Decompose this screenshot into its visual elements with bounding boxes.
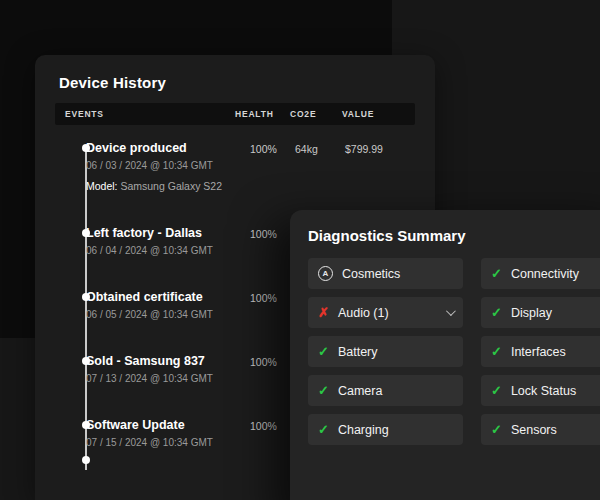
diagnostic-item-cosmetics[interactable]: ACosmetics: [308, 258, 463, 289]
event-health-value: 100%: [250, 356, 277, 368]
timeline-dot: [82, 229, 90, 237]
event-row: Device produced06 / 03 / 2024 @ 10:34 GM…: [55, 139, 415, 194]
diagnostic-item-sensors[interactable]: ✓Sensors: [481, 414, 600, 445]
event-co2e-value: 64kg: [295, 143, 318, 155]
diagnostic-item-audio[interactable]: ✗Audio (1): [308, 297, 463, 328]
event-health-value: 100%: [250, 143, 277, 155]
diagnostic-item-label: Camera: [338, 384, 382, 398]
timeline-dot: [82, 421, 90, 429]
column-header-events: EVENTS: [65, 109, 104, 119]
diagnostic-item-label: Battery: [338, 345, 378, 359]
column-header-value: VALUE: [342, 109, 374, 119]
event-date: 06 / 03 / 2024 @ 10:34 GMT: [86, 158, 415, 173]
diagnostic-item-connectivity[interactable]: ✓Connectivity: [481, 258, 600, 289]
diagnostic-item-label: Lock Status: [511, 384, 576, 398]
diagnostics-right-column: ✓Connectivity✓Display✓Interfaces✓Lock St…: [481, 258, 600, 445]
diagnostic-item-display[interactable]: ✓Display: [481, 297, 600, 328]
diagnostic-item-label: Display: [511, 306, 552, 320]
diagnostics-columns: ACosmetics✗Audio (1)✓Battery✓Camera✓Char…: [308, 258, 600, 445]
timeline-dot: [82, 144, 90, 152]
diagnostic-item-battery[interactable]: ✓Battery: [308, 336, 463, 367]
diagnostic-item-interfaces[interactable]: ✓Interfaces: [481, 336, 600, 367]
event-health-value: 100%: [250, 292, 277, 304]
table-header: EVENTS HEALTH CO2e VALUE: [55, 103, 415, 125]
chevron-down-icon: [446, 306, 456, 316]
check-icon: ✓: [491, 423, 502, 436]
circle-a-icon: A: [318, 266, 333, 281]
diagnostic-item-camera[interactable]: ✓Camera: [308, 375, 463, 406]
event-model-value: Samsung Galaxy S22: [120, 180, 222, 192]
check-icon: ✓: [491, 306, 502, 319]
column-header-health: HEALTH: [235, 109, 274, 119]
check-icon: ✓: [491, 345, 502, 358]
diagnostic-item-label: Interfaces: [511, 345, 566, 359]
event-value-amount: $799.99: [345, 143, 383, 155]
timeline-dot: [82, 357, 90, 365]
device-history-title: Device History: [59, 74, 435, 91]
diagnostic-item-label: Cosmetics: [342, 267, 400, 281]
column-header-co2e: CO2e: [290, 109, 316, 119]
check-icon: ✓: [491, 267, 502, 280]
event-health-value: 100%: [250, 228, 277, 240]
check-icon: ✓: [318, 384, 329, 397]
diagnostic-item-label: Audio (1): [338, 306, 389, 320]
diagnostic-item-label: Connectivity: [511, 267, 579, 281]
diagnostics-left-column: ACosmetics✗Audio (1)✓Battery✓Camera✓Char…: [308, 258, 463, 445]
event-health-value: 100%: [250, 420, 277, 432]
check-icon: ✓: [318, 423, 329, 436]
diagnostic-item-lock-status[interactable]: ✓Lock Status: [481, 375, 600, 406]
diagnostics-title: Diagnostics Summary: [308, 227, 600, 244]
diagnostic-item-label: Sensors: [511, 423, 557, 437]
event-model: Model: Samsung Galaxy S22: [86, 179, 415, 194]
timeline-dot: [82, 456, 90, 464]
x-icon: ✗: [318, 306, 329, 319]
diagnostic-item-label: Charging: [338, 423, 389, 437]
diagnostic-item-charging[interactable]: ✓Charging: [308, 414, 463, 445]
check-icon: ✓: [491, 384, 502, 397]
check-icon: ✓: [318, 345, 329, 358]
timeline-dot: [82, 293, 90, 301]
diagnostics-panel: Diagnostics Summary ACosmetics✗Audio (1)…: [290, 210, 600, 500]
